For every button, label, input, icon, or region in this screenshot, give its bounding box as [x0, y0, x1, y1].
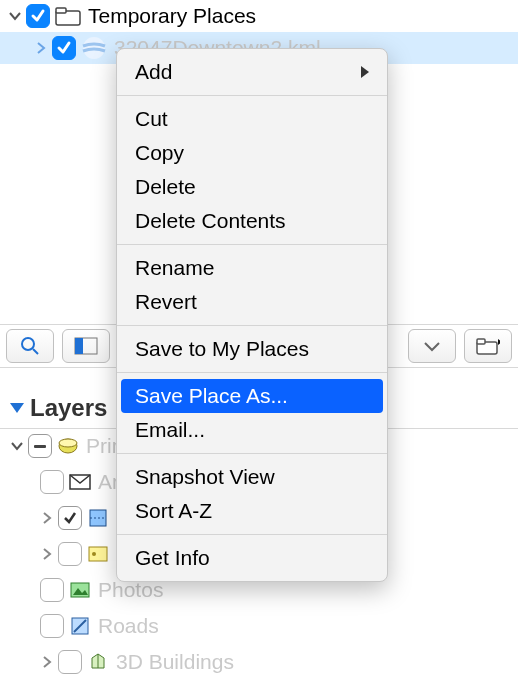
chevron-right-icon — [40, 511, 54, 525]
disclosure-triangle-icon — [10, 403, 24, 413]
chevron-right-icon — [40, 547, 54, 561]
menu-save-to-my-places[interactable]: Save to My Places — [117, 332, 387, 366]
layer-checkbox[interactable] — [58, 506, 82, 530]
svg-line-4 — [33, 349, 38, 354]
menu-separator — [117, 534, 387, 535]
menu-item-label: Get Info — [135, 546, 210, 570]
chevron-right-icon — [40, 655, 54, 669]
chevron-down-icon — [8, 9, 22, 23]
menu-snapshot-view[interactable]: Snapshot View — [117, 460, 387, 494]
menu-item-label: Save Place As... — [135, 384, 288, 408]
more-button[interactable] — [408, 329, 456, 363]
svg-rect-1 — [56, 8, 66, 13]
menu-delete[interactable]: Delete — [117, 170, 387, 204]
layer-checkbox[interactable] — [40, 614, 64, 638]
menu-item-label: Save to My Places — [135, 337, 309, 361]
menu-separator — [117, 95, 387, 96]
layer-label: 3D Buildings — [116, 650, 234, 674]
kml-icon — [80, 37, 108, 59]
layers-3d-row[interactable]: 3D Buildings — [0, 644, 518, 680]
menu-separator — [117, 325, 387, 326]
layer-checkbox[interactable] — [58, 650, 82, 674]
open-button[interactable] — [464, 329, 512, 363]
menu-save-place-as[interactable]: Save Place As... — [121, 379, 383, 413]
menu-email[interactable]: Email... — [117, 413, 387, 447]
layer-checkbox[interactable] — [40, 470, 64, 494]
layers-header-label: Layers — [30, 394, 107, 422]
menu-delete-contents[interactable]: Delete Contents — [117, 204, 387, 238]
menu-item-label: Email... — [135, 418, 205, 442]
menu-separator — [117, 453, 387, 454]
layer-checkbox[interactable] — [58, 542, 82, 566]
chevron-right-icon — [34, 41, 48, 55]
svg-rect-6 — [75, 338, 83, 354]
layer-checkbox[interactable] — [28, 434, 52, 458]
menu-add[interactable]: Add — [117, 55, 387, 89]
svg-rect-8 — [477, 339, 485, 344]
menu-copy[interactable]: Copy — [117, 136, 387, 170]
buildings-icon — [86, 652, 110, 672]
menu-item-label: Delete Contents — [135, 209, 286, 233]
layers-roads-row[interactable]: Roads — [0, 608, 518, 644]
menu-revert[interactable]: Revert — [117, 285, 387, 319]
menu-sort-az[interactable]: Sort A-Z — [117, 494, 387, 528]
style-button[interactable] — [62, 329, 110, 363]
menu-get-info[interactable]: Get Info — [117, 541, 387, 575]
menu-item-label: Sort A-Z — [135, 499, 212, 523]
layer-label: Roads — [98, 614, 159, 638]
search-button[interactable] — [6, 329, 54, 363]
folder-icon — [54, 5, 82, 27]
submenu-arrow-icon — [361, 66, 369, 78]
menu-item-label: Snapshot View — [135, 465, 275, 489]
svg-point-11 — [59, 439, 77, 447]
places-root-checkbox[interactable] — [26, 4, 50, 28]
layer-checkbox[interactable] — [40, 578, 64, 602]
photos-icon — [68, 580, 92, 600]
menu-item-label: Cut — [135, 107, 168, 131]
places-root-row[interactable]: Temporary Places — [0, 0, 518, 32]
menu-separator — [117, 372, 387, 373]
database-icon — [56, 436, 80, 456]
svg-point-3 — [22, 338, 34, 350]
borders-icon — [86, 508, 110, 528]
svg-point-16 — [92, 552, 96, 556]
chevron-down-icon — [10, 439, 24, 453]
places-root-label: Temporary Places — [88, 4, 256, 28]
places-icon — [86, 544, 110, 564]
menu-rename[interactable]: Rename — [117, 251, 387, 285]
menu-separator — [117, 244, 387, 245]
context-menu: Add Cut Copy Delete Delete Contents Rena… — [116, 48, 388, 582]
roads-icon — [68, 616, 92, 636]
menu-cut[interactable]: Cut — [117, 102, 387, 136]
menu-item-label: Add — [135, 60, 172, 84]
menu-item-label: Copy — [135, 141, 184, 165]
menu-item-label: Delete — [135, 175, 196, 199]
mail-icon — [68, 472, 92, 492]
svg-marker-9 — [498, 339, 500, 345]
places-kml-checkbox[interactable] — [52, 36, 76, 60]
menu-item-label: Rename — [135, 256, 214, 280]
svg-rect-15 — [89, 547, 107, 561]
menu-item-label: Revert — [135, 290, 197, 314]
